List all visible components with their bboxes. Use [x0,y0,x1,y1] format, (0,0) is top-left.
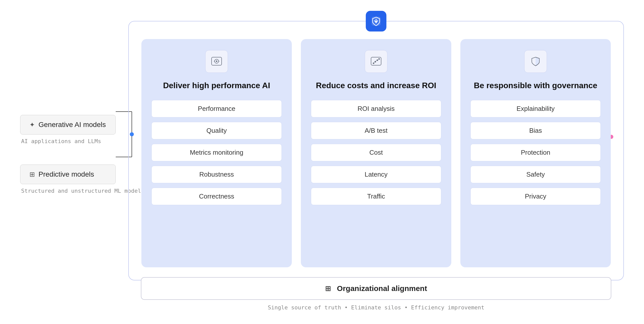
item-latency: Latency [311,166,441,183]
item-safety: Safety [470,166,601,183]
predictive-box: ⊞ Predictive models [20,165,116,184]
shield-icon [529,55,542,68]
generative-ai-subtitle: AI applications and LLMs [20,138,144,144]
item-protection: Protection [470,144,601,161]
performance-card-items: Performance Quality Metrics monitoring R… [151,100,282,205]
item-cost: Cost [311,144,441,161]
roi-card: Reduce costs and increase ROI ROI analys… [301,39,451,267]
generative-ai-group: ✦ Generative AI models AI applications a… [20,115,144,144]
roi-card-items: ROI analysis A/B test Cost Latency Traff… [311,100,441,205]
item-quality: Quality [151,122,282,139]
item-roi-analysis: ROI analysis [311,100,441,117]
roi-card-icon [365,50,387,73]
item-privacy: Privacy [470,188,601,205]
bottom-bar: ⊞ Organizational alignment [141,277,611,300]
governance-card-title: Be responsible with governance [474,80,597,91]
org-alignment-icon: ⊞ [325,284,331,293]
generative-ai-icon: ✦ [29,121,35,129]
roi-card-title: Reduce costs and increase ROI [316,80,436,91]
top-logo [366,11,386,31]
predictive-group: ⊞ Predictive models Structured and unstr… [20,165,144,194]
chart-scatter-icon [370,55,382,68]
item-bias: Bias [470,122,601,139]
bottom-bar-container: ⊞ Organizational alignment Single source… [128,277,624,311]
bottom-subtitle: Single source of truth • Eliminate silos… [268,304,485,311]
item-performance: Performance [151,100,282,117]
predictive-subtitle: Structured and unstructured ML models [20,188,144,194]
predictive-label: Predictive models [38,170,94,178]
item-correctness: Correctness [151,188,282,205]
governance-card: Be responsible with governance Explainab… [460,39,611,267]
generative-ai-label: Generative AI models [38,121,106,129]
left-models-panel: ✦ Generative AI models AI applications a… [20,115,144,194]
eye-chart-icon [210,55,223,68]
cards-row: Deliver high performance AI Performance … [129,21,623,280]
main-frame: Deliver high performance AI Performance … [128,21,624,280]
predictive-icon: ⊞ [29,171,35,178]
governance-card-icon [524,50,547,73]
item-robustness: Robustness [151,166,282,183]
org-alignment-label: Organizational alignment [337,284,427,293]
performance-card-title: Deliver high performance AI [163,80,270,91]
generative-ai-box: ✦ Generative AI models [20,115,116,135]
svg-point-10 [216,60,217,62]
item-ab-test: A/B test [311,122,441,139]
item-metrics-monitoring: Metrics monitoring [151,144,282,161]
item-explainability: Explainability [470,100,601,117]
performance-card-icon [205,50,228,73]
item-traffic: Traffic [311,188,441,205]
performance-card: Deliver high performance AI Performance … [141,39,292,267]
governance-card-items: Explainability Bias Protection Safety Pr… [470,100,601,205]
arize-logo-icon [370,15,382,27]
